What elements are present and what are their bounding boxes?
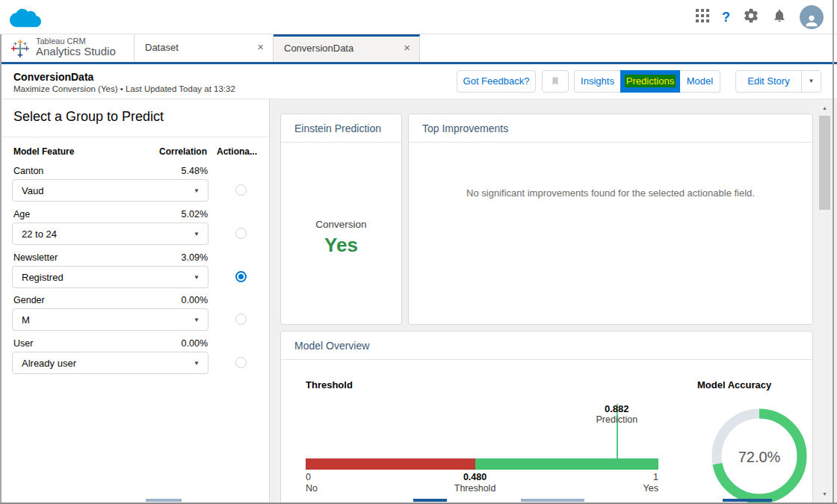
edit-story-split-button: Edit Story ▼	[735, 70, 821, 93]
predictions-button[interactable]: Predictions	[620, 70, 680, 93]
feature-value-dropdown[interactable]: Already user ▼	[12, 352, 209, 374]
page-header: ConversionData Maximize Conversion (Yes)…	[0, 64, 837, 99]
column-header-correlation: Correlation	[159, 146, 207, 157]
tab-bar: Tableau CRM Analytics Studio Dataset × C…	[0, 34, 837, 62]
tab-dataset[interactable]: Dataset ×	[135, 34, 274, 62]
chevron-down-icon: ▼	[194, 231, 200, 237]
bookmark-button[interactable]	[542, 70, 569, 93]
prediction-value-label: 0.882	[572, 403, 661, 414]
brand-title: Tableau CRM Analytics Studio	[36, 37, 116, 58]
accuracy-value: 72.0%	[709, 449, 809, 466]
actionable-radio[interactable]	[235, 184, 247, 196]
feature-correlation: 5.48%	[182, 166, 208, 176]
got-feedback-button[interactable]: Got Feedback?	[457, 70, 536, 93]
tab-label: ConversionData	[284, 43, 353, 54]
dropdown-selected-value: 22 to 24	[22, 228, 57, 240]
threshold-label: Threshold	[306, 379, 353, 391]
divider	[0, 137, 269, 137]
feature-row-canton: Canton 5.48% Vaud ▼	[0, 163, 270, 206]
dropdown-selected-value: Registred	[22, 272, 64, 283]
axis-max-caption: Yes	[569, 483, 658, 494]
scrollbar[interactable]: ▲ ▼	[818, 99, 831, 504]
panel-heading: Select a Group to Predict	[13, 109, 164, 125]
feature-value-dropdown[interactable]: M ▼	[12, 308, 209, 331]
actionable-radio[interactable]	[235, 228, 247, 239]
threshold-caption: Threshold	[430, 483, 520, 494]
axis-min-caption: No	[306, 483, 318, 494]
dropdown-selected-value: Already user	[22, 358, 76, 369]
column-header-model-feature: Model Feature	[13, 146, 74, 157]
feature-row-user: User 0.00% Already user ▼	[0, 335, 270, 379]
feature-name: User	[13, 338, 33, 349]
feature-correlation: 0.00%	[182, 295, 208, 305]
tab-conversiondata[interactable]: ConversionData ×	[274, 34, 420, 62]
feature-name: Age	[13, 209, 30, 220]
clipped-element	[521, 499, 584, 502]
chevron-down-icon: ▼	[194, 274, 200, 281]
avatar[interactable]	[800, 5, 824, 29]
help-icon[interactable]: ?	[722, 10, 730, 25]
clipped-element	[413, 499, 447, 502]
tableau-logo-icon	[10, 39, 30, 58]
improvements-empty-message: No significant improvements found for th…	[409, 187, 812, 199]
feature-row-age: Age 5.02% 22 to 24 ▼	[0, 206, 270, 249]
edit-story-caret-button[interactable]: ▼	[801, 71, 821, 92]
app-launcher-icon[interactable]	[696, 9, 709, 25]
brand-block[interactable]: Tableau CRM Analytics Studio	[0, 34, 135, 62]
window-frame	[0, 34, 1, 503]
model-button[interactable]: Model	[680, 70, 720, 93]
bell-icon[interactable]	[772, 8, 787, 26]
page-subtitle: Maximize Conversion (Yes) • Last Updated…	[13, 84, 235, 93]
feature-name: Newsletter	[13, 252, 58, 263]
chevron-down-icon: ▼	[809, 78, 815, 84]
feature-correlation: 0.00%	[182, 338, 208, 349]
window-frame	[833, 0, 834, 503]
actionable-radio[interactable]	[235, 314, 247, 325]
close-icon[interactable]: ×	[257, 40, 264, 53]
model-overview-card: Model Overview Threshold 0.882 Predictio…	[280, 331, 813, 504]
threshold-bar[interactable]	[306, 458, 658, 470]
gear-icon[interactable]	[743, 7, 759, 27]
card-title: Model Overview	[281, 332, 812, 360]
card-title: Top Improvements	[409, 114, 812, 143]
global-header: ?	[0, 0, 837, 34]
actionable-radio[interactable]	[235, 271, 247, 282]
feature-row-newsletter: Newsletter 3.09% Registred ▼	[0, 249, 270, 293]
threshold-value-label: 0.480	[430, 472, 520, 482]
scroll-up-icon[interactable]: ▲	[818, 105, 831, 111]
predict-group-panel: Select a Group to Predict Model Feature …	[0, 99, 270, 504]
column-header-actionable: Actiona...	[217, 146, 257, 157]
feature-value-dropdown[interactable]: 22 to 24 ▼	[12, 223, 209, 245]
feature-correlation: 5.02%	[182, 209, 208, 220]
dropdown-selected-value: Vaud	[22, 185, 43, 196]
insights-button[interactable]: Insights	[574, 70, 620, 93]
clipped-element	[723, 499, 772, 502]
close-icon[interactable]: ×	[404, 41, 410, 54]
actionable-radio[interactable]	[235, 357, 247, 368]
chevron-down-icon: ▼	[194, 317, 200, 323]
scroll-down-icon[interactable]: ▼	[818, 491, 831, 497]
axis-max: 1	[569, 472, 658, 482]
feature-value-dropdown[interactable]: Vaud ▼	[12, 179, 209, 202]
einstein-prediction-card: Einstein Prediction Conversion Yes	[280, 113, 402, 325]
threshold-below-segment	[306, 458, 475, 470]
app-window: ?	[0, 0, 837, 504]
edit-story-button[interactable]: Edit Story	[736, 71, 801, 92]
model-accuracy-label: Model Accuracy	[697, 379, 771, 391]
view-switcher: Insights Predictions Model	[574, 70, 720, 93]
dropdown-selected-value: M	[22, 314, 30, 326]
predictions-button-label: Predictions	[625, 75, 676, 87]
tab-label: Dataset	[145, 42, 179, 53]
scroll-thumb[interactable]	[819, 116, 830, 210]
prediction-annotation: 0.882 Prediction	[572, 403, 661, 425]
feature-value-dropdown[interactable]: Registred ▼	[12, 266, 209, 288]
feature-correlation: 3.09%	[182, 252, 208, 263]
prediction-label: Conversion	[281, 219, 401, 230]
feature-row-gender: Gender 0.00% M ▼	[0, 292, 270, 335]
prediction-value: Yes	[281, 234, 401, 257]
salesforce-logo[interactable]	[10, 6, 41, 31]
prediction-caption: Prediction	[572, 414, 661, 425]
bookmark-icon	[550, 75, 560, 87]
clipped-content-strip	[0, 498, 837, 503]
chevron-down-icon: ▼	[194, 187, 200, 194]
